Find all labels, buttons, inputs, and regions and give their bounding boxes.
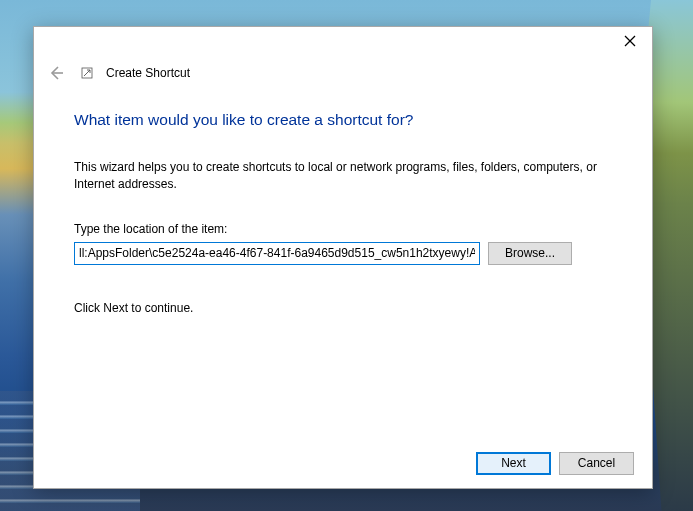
continue-hint: Click Next to continue. [74, 301, 612, 315]
create-shortcut-window: Create Shortcut What item would you like… [33, 26, 653, 489]
wizard-header: Create Shortcut [34, 57, 652, 89]
back-button[interactable] [44, 61, 68, 85]
location-label: Type the location of the item: [74, 222, 612, 236]
wizard-heading: What item would you like to create a sho… [74, 111, 612, 129]
close-button[interactable] [607, 27, 652, 55]
desktop-background: Create Shortcut What item would you like… [0, 0, 693, 511]
window-titlebar [34, 27, 652, 57]
back-arrow-icon [47, 64, 65, 82]
shortcut-icon [80, 66, 94, 80]
location-input[interactable] [74, 242, 480, 265]
close-icon [624, 35, 636, 47]
wizard-footer: Next Cancel [34, 438, 652, 488]
next-button[interactable]: Next [476, 452, 551, 475]
wizard-content: What item would you like to create a sho… [34, 89, 652, 438]
wizard-title: Create Shortcut [106, 66, 190, 80]
wizard-description: This wizard helps you to create shortcut… [74, 159, 612, 194]
browse-button[interactable]: Browse... [488, 242, 572, 265]
location-row: Browse... [74, 242, 612, 265]
cancel-button[interactable]: Cancel [559, 452, 634, 475]
